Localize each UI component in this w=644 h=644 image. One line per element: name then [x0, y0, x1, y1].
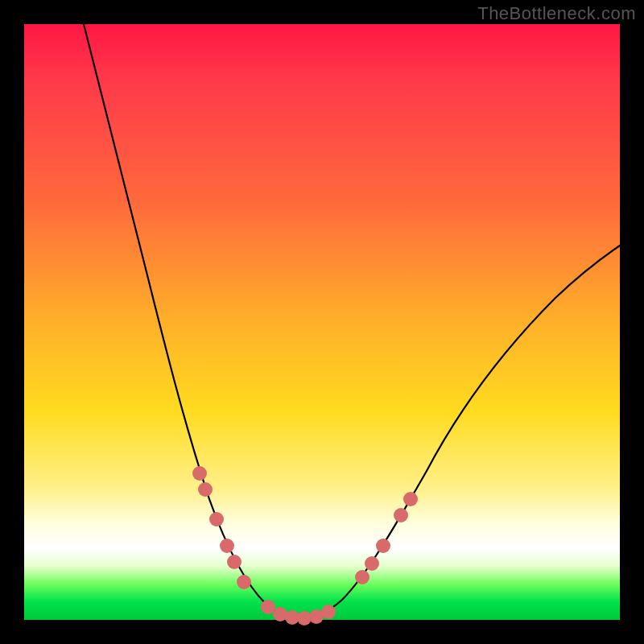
- marker-dot: [237, 575, 251, 589]
- marker-dot: [192, 466, 207, 481]
- curve-svg: [24, 24, 620, 620]
- marker-dot: [365, 556, 379, 571]
- marker-dot: [198, 482, 213, 497]
- marker-dot: [403, 492, 418, 506]
- marker-dot: [227, 555, 242, 569]
- bottleneck-curve: [84, 24, 620, 618]
- watermark-text: TheBottleneck.com: [477, 3, 636, 24]
- chart-frame: TheBottleneck.com: [0, 0, 644, 644]
- marker-dot: [261, 600, 275, 614]
- marker-dot: [376, 539, 390, 553]
- marker-dot: [321, 605, 336, 619]
- marker-dot: [394, 508, 408, 522]
- marker-dot: [209, 512, 224, 526]
- marker-dot: [355, 570, 369, 584]
- plot-area: [24, 24, 620, 620]
- marker-dot: [220, 539, 234, 553]
